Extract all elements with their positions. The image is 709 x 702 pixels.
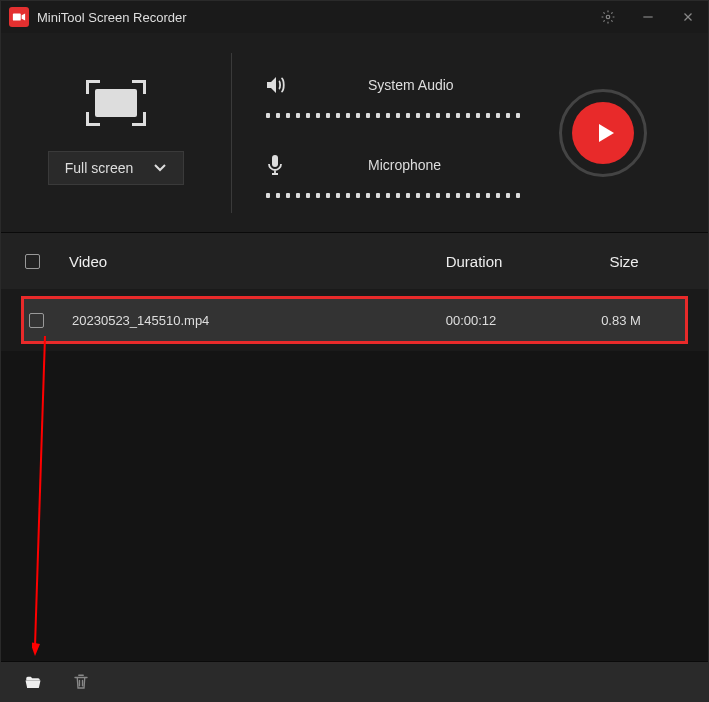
region-selector-icon[interactable] <box>86 80 146 126</box>
region-mode-dropdown[interactable]: Full screen <box>48 151 184 185</box>
region-mode-label: Full screen <box>65 160 133 176</box>
select-all-checkbox[interactable] <box>25 254 40 269</box>
app-icon <box>9 7 29 27</box>
chevron-down-icon <box>153 163 167 173</box>
play-icon <box>593 121 617 145</box>
table-header: Video Duration Size <box>1 233 708 289</box>
close-icon <box>681 10 695 24</box>
svg-rect-0 <box>13 14 21 21</box>
system-audio-volume[interactable] <box>262 113 548 118</box>
microphone-label: Microphone <box>368 157 441 173</box>
control-panel: Full screen System Audio Microphone <box>1 33 708 233</box>
empty-space <box>1 351 708 661</box>
title-bar: MiniTool Screen Recorder <box>1 1 708 33</box>
divider <box>231 53 232 213</box>
microphone-icon <box>262 153 288 177</box>
row-video-name: 20230523_145510.mp4 <box>64 313 381 328</box>
system-audio-label: System Audio <box>368 77 454 93</box>
column-header-size: Size <box>564 253 684 270</box>
svg-point-1 <box>606 15 610 19</box>
folder-icon <box>24 673 42 691</box>
delete-button[interactable] <box>71 672 91 692</box>
microphone-volume[interactable] <box>262 193 548 198</box>
gear-icon <box>601 10 615 24</box>
column-header-video: Video <box>61 253 384 270</box>
minimize-icon <box>641 10 655 24</box>
open-folder-button[interactable] <box>23 672 43 692</box>
settings-button[interactable] <box>596 5 620 29</box>
column-header-duration: Duration <box>384 253 564 270</box>
row-checkbox[interactable] <box>29 313 44 328</box>
system-audio-control[interactable]: System Audio <box>262 73 548 118</box>
row-duration: 00:00:12 <box>381 313 561 328</box>
record-button[interactable] <box>559 89 647 177</box>
minimize-button[interactable] <box>636 5 660 29</box>
window-title: MiniTool Screen Recorder <box>37 10 596 25</box>
row-size: 0.83 M <box>561 313 681 328</box>
bottom-toolbar <box>1 661 708 701</box>
svg-rect-5 <box>272 155 278 167</box>
speaker-icon <box>262 73 288 97</box>
table-row[interactable]: 20230523_145510.mp4 00:00:12 0.83 M <box>21 296 688 344</box>
microphone-control[interactable]: Microphone <box>262 153 548 198</box>
close-button[interactable] <box>676 5 700 29</box>
trash-icon <box>72 673 90 691</box>
